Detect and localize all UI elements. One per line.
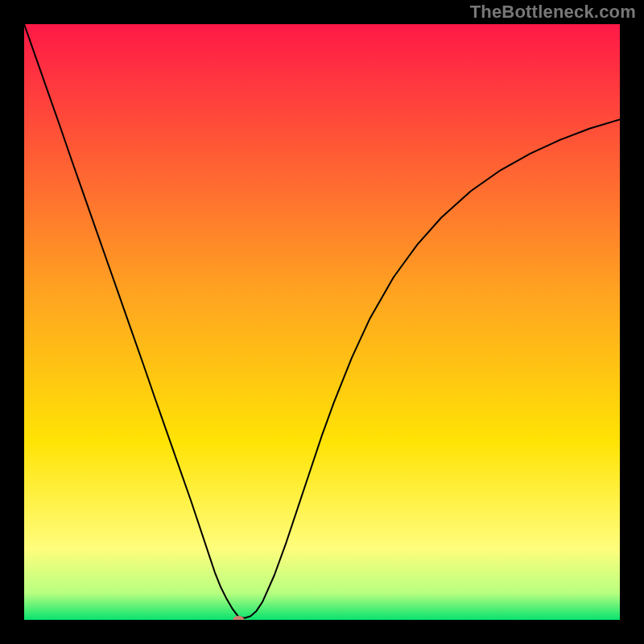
- chart-svg: [24, 24, 620, 620]
- chart-frame: TheBottleneck.com: [0, 0, 644, 644]
- watermark-text: TheBottleneck.com: [470, 2, 636, 23]
- gradient-background: [24, 24, 620, 620]
- plot-area: [24, 24, 620, 620]
